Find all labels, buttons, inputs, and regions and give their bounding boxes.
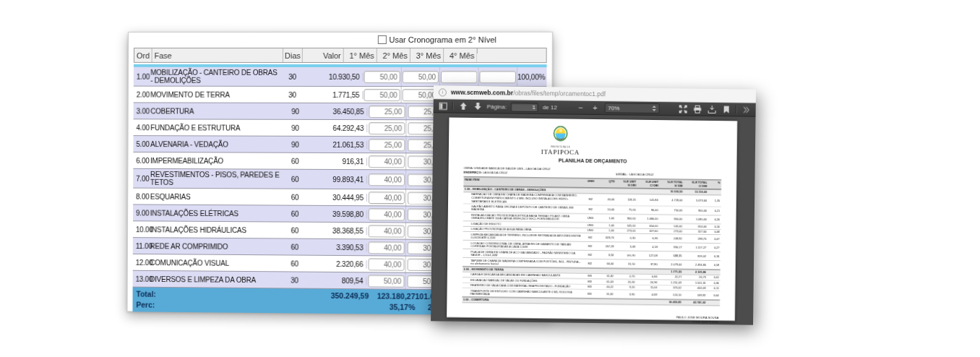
document-title: PLANILHA DE ORÇAMENTO — [464, 156, 722, 165]
mes-1-percent-input[interactable]: 40,00 — [368, 173, 404, 186]
usar-cronograma-checkbox[interactable] — [377, 35, 386, 44]
row-ord: 7.00 — [133, 174, 150, 182]
row-percent: 100,00% — [517, 73, 547, 81]
row-fase: INSTALAÇÕES ELÉTRICAS — [150, 207, 285, 219]
row-fase: DIVERSOS E LIMPEZA DA OBRA — [150, 273, 284, 285]
mes-2-percent-input[interactable]: 50,00 — [403, 71, 439, 83]
row-valor: 10.930,50 — [302, 72, 363, 80]
row-fase: ESQUARIAS — [150, 191, 285, 202]
usar-cronograma-label: Usar Cronograma em 2° Nível — [389, 35, 496, 44]
col-dias: Dias — [283, 48, 303, 62]
mes-1-percent-input[interactable]: 40,00 — [368, 225, 404, 237]
page-down-icon[interactable] — [473, 101, 483, 111]
perc-label: Perc: — [136, 300, 155, 309]
pdf-viewer-canvas[interactable]: PREFEITURA DE ITAPIPOCA PLANILHA DE ORÇA… — [431, 113, 755, 324]
mes-1-percent-input[interactable]: 40,00 — [368, 241, 404, 254]
row-valor: 30.444,95 — [305, 193, 367, 201]
mes-1-percent-input[interactable]: 50,00 — [368, 275, 404, 287]
row-dias: 60 — [285, 157, 305, 165]
toolbar-divider — [452, 102, 454, 111]
row-mes-1-cell: 25,00 — [367, 120, 406, 136]
page-count: de 12 — [543, 104, 557, 111]
row-valor: 39.598,80 — [305, 210, 367, 218]
row-ord: 9.00 — [133, 209, 150, 217]
row-ord: 10.00 — [133, 225, 150, 233]
row-valor: 21.061,53 — [305, 140, 367, 148]
col-percent — [477, 48, 546, 62]
row-fase: IMPERMEABILIZAÇÃO — [150, 155, 285, 167]
row-mes-1-cell: 40,00 — [366, 256, 405, 272]
page-label: Página: — [487, 103, 507, 110]
pdf-page: PREFEITURA DE ITAPIPOCA PLANILHA DE ORÇA… — [447, 118, 737, 321]
row-mes-1-cell: 40,00 — [367, 153, 406, 169]
col-fase: Fase — [152, 48, 283, 62]
row-valor: 38.368,55 — [305, 226, 367, 235]
col-valor: Valor — [303, 48, 344, 62]
secondary-toolbar-toggle-icon[interactable] — [742, 104, 752, 114]
row-dias: 90 — [285, 107, 306, 115]
row-ord: 1.00 — [134, 72, 150, 80]
url-text[interactable]: www.scmweb.com.br/obras/files/temp/orcam… — [451, 89, 606, 98]
page-number-input[interactable]: 1 — [511, 102, 538, 111]
zoom-level-select[interactable]: 70% — [604, 103, 659, 113]
row-valor: 809,54 — [304, 276, 366, 285]
row-fase: INSTALAÇÕES HIDRÁULICAS — [150, 224, 285, 236]
mes-1-percent-input[interactable]: 50,00 — [364, 89, 400, 101]
mes-1-percent-input[interactable]: 50,00 — [364, 71, 400, 83]
pdf-viewer-window: i www.scmweb.com.br/obras/files/temp/orc… — [431, 85, 756, 324]
mes-1-percent-input[interactable]: 25,00 — [369, 122, 405, 134]
row-mes-1-cell: 40,00 — [367, 206, 406, 222]
row-fase: MOBILIZAÇÃO - CANTEIRO DE OBRAS - DEMOLI… — [150, 67, 283, 86]
mes-1-percent-input[interactable]: 40,00 — [369, 155, 405, 168]
zoom-out-button[interactable]: − — [575, 103, 585, 113]
row-mes-1-cell: 50,00 — [364, 67, 402, 86]
row-dias: 30 — [283, 90, 302, 98]
row-dias: 60 — [285, 193, 305, 201]
desktop-stage: Usar Cronograma em 2° Nível Ord Fase Dia… — [0, 0, 980, 357]
row-mes-1-cell: 50,00 — [363, 87, 401, 103]
row-valor: 99.893,41 — [305, 175, 367, 183]
download-icon[interactable] — [707, 104, 717, 114]
toolbar-divider — [736, 105, 737, 113]
municipio-name: ITAPIPOCA — [530, 148, 590, 157]
local-line: LOCAL: LAGOA DA CRUZ — [616, 172, 653, 177]
row-fase: REVESTIMENTOS - PISOS, PAREDES E TETOS — [150, 169, 285, 189]
zoom-in-button[interactable]: + — [590, 103, 600, 113]
row-mes-1-cell: 25,00 — [367, 137, 406, 152]
row-valor: 2.320,66 — [305, 259, 367, 268]
row-valor: 1.771,55 — [302, 90, 363, 98]
row-mes-1-cell: 50,00 — [366, 272, 405, 288]
mes-1-percent-input[interactable]: 40,00 — [368, 192, 404, 204]
row-mes-1-cell: 40,00 — [367, 239, 406, 255]
col-mes-4: 4° Mês — [444, 48, 477, 62]
mes-4-percent-input[interactable] — [479, 71, 516, 83]
page-up-icon[interactable] — [458, 101, 468, 111]
bookmark-icon[interactable] — [721, 104, 731, 114]
orcamento-table: FASE ITEM UNID QTD VLR UNITS/ DBI VLR UN… — [462, 176, 721, 306]
presentation-mode-icon[interactable] — [678, 103, 688, 113]
endereco-line: ENDEREÇO: LAGOA DA CRUZ — [464, 171, 616, 177]
row-valor: 36.450,85 — [305, 107, 367, 115]
mes-1-percent-input[interactable]: 25,00 — [369, 139, 405, 151]
row-ord: 13.00 — [133, 275, 150, 283]
print-icon[interactable] — [692, 104, 702, 114]
row-dias: 60 — [285, 243, 305, 251]
mes-3-percent-input[interactable] — [441, 71, 477, 83]
sidebar-toggle-icon[interactable] — [438, 100, 448, 111]
mes-1-percent-input[interactable]: 40,00 — [368, 208, 404, 220]
usar-cronograma-row: Usar Cronograma em 2° Nível — [377, 35, 497, 44]
total-mes-1: 123.180,27 — [377, 291, 416, 300]
mes-1-percent-input[interactable]: 40,00 — [368, 258, 404, 270]
page-info-icon[interactable]: i — [439, 88, 447, 96]
cronograma-table-header: Ord Fase Dias Valor 1° Mês 2° Mês 3° Mês… — [134, 48, 547, 63]
row-ord: 11.00 — [133, 242, 150, 250]
row-ord: 2.00 — [134, 90, 150, 98]
row-fase: COBERTURA — [150, 106, 285, 116]
row-dias: 90 — [285, 124, 305, 132]
col-mes-3: 3° Mês — [411, 48, 444, 62]
row-mes-2-cell: 50,00 — [402, 67, 440, 86]
cronograma-row: 1.00MOBILIZAÇÃO - CANTEIRO DE OBRAS - DE… — [134, 67, 547, 87]
row-dias: 30 — [285, 276, 305, 284]
row-mes-1-cell: 40,00 — [367, 170, 406, 189]
mes-1-percent-input[interactable]: 25,00 — [369, 106, 405, 118]
